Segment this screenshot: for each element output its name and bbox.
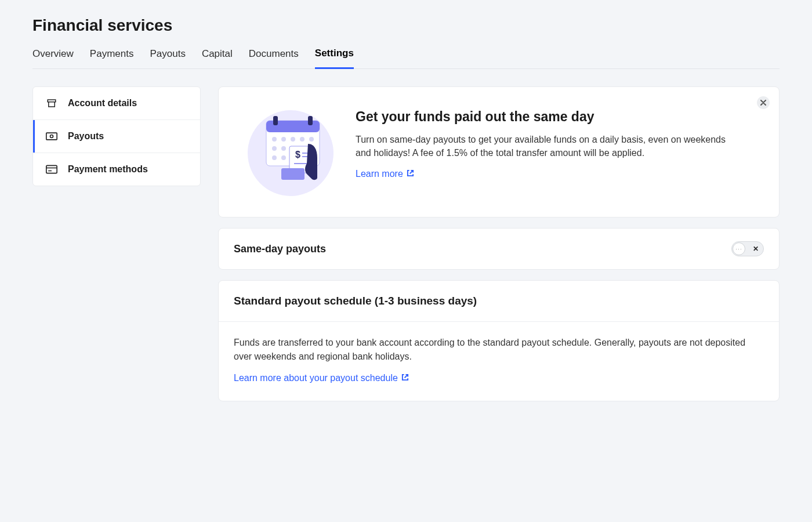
standard-schedule-card: Standard payout schedule (1-3 business d… — [218, 280, 780, 401]
svg-point-18 — [272, 155, 277, 160]
svg-point-15 — [272, 146, 277, 151]
tab-settings[interactable]: Settings — [315, 48, 354, 69]
svg-rect-9 — [308, 116, 313, 125]
svg-rect-2 — [46, 165, 57, 173]
toggle-knob: ··· — [733, 242, 745, 255]
schedule-learn-more-link[interactable]: Learn more about your payout schedule — [234, 373, 409, 383]
svg-point-10 — [272, 137, 277, 142]
tab-payouts[interactable]: Payouts — [150, 48, 185, 68]
settings-sidebar: Account details Payouts — [32, 86, 201, 186]
svg-text:$: $ — [295, 150, 300, 160]
svg-point-16 — [281, 146, 286, 151]
same-day-promo-card: $ Get your funds paid out the same day T… — [218, 86, 780, 217]
tab-capital[interactable]: Capital — [202, 48, 233, 68]
external-link-icon — [401, 373, 409, 383]
close-icon[interactable] — [757, 96, 770, 109]
page-title: Financial services — [32, 16, 780, 35]
svg-point-1 — [50, 135, 53, 138]
tab-documents[interactable]: Documents — [249, 48, 299, 68]
same-day-toggle[interactable]: ··· ✕ — [731, 241, 764, 256]
sidebar-item-account-details[interactable]: Account details — [33, 87, 200, 120]
external-link-icon — [407, 169, 414, 179]
promo-title: Get your funds paid out the same day — [356, 109, 738, 125]
sidebar-item-payment-methods[interactable]: Payment methods — [33, 153, 200, 186]
schedule-title: Standard payout schedule (1-3 business d… — [219, 281, 779, 322]
sidebar-item-label: Account details — [68, 98, 137, 108]
calendar-payout-illustration: $ — [244, 103, 337, 196]
svg-point-14 — [309, 137, 314, 142]
svg-point-11 — [281, 137, 286, 142]
svg-rect-0 — [46, 133, 57, 140]
svg-rect-8 — [273, 116, 278, 125]
sidebar-item-label: Payment methods — [68, 164, 148, 175]
storefront-icon — [46, 97, 57, 109]
link-label: Learn more about your payout schedule — [234, 373, 398, 383]
svg-point-12 — [291, 137, 295, 142]
card-icon — [46, 164, 57, 175]
learn-more-link[interactable]: Learn more — [356, 169, 414, 179]
tab-overview[interactable]: Overview — [32, 48, 74, 68]
link-label: Learn more — [356, 169, 403, 179]
same-day-toggle-card: Same-day payouts ··· ✕ — [218, 228, 780, 270]
same-day-toggle-label: Same-day payouts — [234, 243, 326, 255]
sidebar-item-payouts[interactable]: Payouts — [33, 120, 200, 153]
svg-point-13 — [300, 137, 304, 142]
svg-rect-25 — [281, 168, 304, 180]
toggle-off-icon: ✕ — [753, 245, 759, 253]
schedule-description: Funds are transferred to your bank accou… — [234, 336, 764, 364]
main-tabs: Overview Payments Payouts Capital Docume… — [32, 48, 780, 69]
tab-payments[interactable]: Payments — [90, 48, 134, 68]
main-content: $ Get your funds paid out the same day T… — [218, 86, 780, 401]
cash-icon — [46, 130, 57, 142]
promo-description: Turn on same-day payouts to get your ava… — [356, 133, 738, 160]
svg-point-19 — [281, 155, 286, 160]
sidebar-item-label: Payouts — [68, 131, 104, 142]
